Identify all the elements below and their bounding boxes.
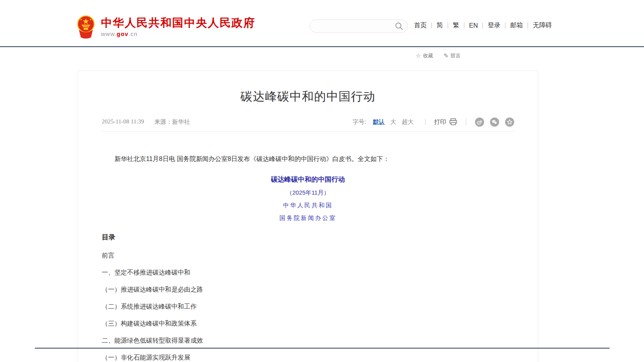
nav-login[interactable]: 登录 [488,21,500,30]
footer-top-border [35,348,610,349]
site-url-suffix: .cn [129,30,138,37]
site-header: 中华人民共和国中央人民政府 www.gov.cn 首页 简 繁 EN 登录 邮箱… [0,0,644,47]
nav-english[interactable]: EN [469,22,478,29]
nav-traditional-chinese[interactable]: 繁 [453,21,459,30]
nav-separator [505,23,505,28]
favorite-button[interactable]: ☆ 收藏 [416,52,433,59]
toc-item-section2-1: （一）非化石能源实现跃升发展 [102,354,514,361]
nav-separator [528,23,528,28]
nav-separator [464,23,464,28]
site-url: www.gov.cn [101,30,255,37]
source-label: 来源： [154,119,172,125]
site-url-domain: gov [117,30,129,37]
nav-simplified-chinese[interactable]: 简 [437,21,443,30]
share-wechat-icon[interactable] [490,118,499,127]
printer-icon [449,118,457,125]
site-title: 中华人民共和国中央人民政府 [101,17,255,29]
toc-item-section1-2: （二）系统推进碳达峰碳中和工作 [102,303,514,310]
share-icons [475,118,514,127]
font-size-large-button[interactable]: 大 [390,118,396,126]
meta-separator [425,119,426,125]
share-weibo-icon[interactable] [475,118,484,127]
article-title: 碳达峰碳中和的中国行动 [102,89,514,104]
message-label: 留言 [450,52,461,59]
document-org-line2: 国务院新闻办公室 [102,214,514,222]
article-intro-paragraph: 新华社北京11月8日电 国务院新闻办公室8日发布《碳达峰碳中和的中国行动》白皮书… [102,154,514,164]
print-label: 打印 [434,118,446,126]
article-meta-right: 字号: 默认 大 超大 打印 [353,118,514,127]
search-input[interactable] [310,20,395,32]
toc-item-section2: 二、能源绿色低碳转型取得显著成效 [102,337,514,344]
toc-item-section1-3: （三）构建碳达峰碳中和政策体系 [102,320,514,327]
meta-separator [466,119,466,125]
article-datetime: 2025-11-08 11:39 [102,118,144,126]
top-nav: 首页 简 繁 EN 登录 邮箱 无障碍 [414,21,552,30]
font-size-extra-large-button[interactable]: 超大 [402,118,414,126]
site-logo-block[interactable]: 中华人民共和国中央人民政府 www.gov.cn [76,15,255,39]
article-meta-row: 2025-11-08 11:39 来源：新华社 字号: 默认 大 超大 打印 [102,118,514,126]
header-divider-line [0,46,644,47]
site-url-prefix: www. [101,30,117,37]
document-date: （2025年11月） [102,189,514,197]
national-emblem-logo [76,15,95,39]
star-icon: ☆ [416,52,421,59]
toc-item-preface: 前言 [102,252,514,259]
print-button[interactable]: 打印 [434,118,457,126]
article-card: 碳达峰碳中和的中国行动 2025-11-08 11:39 来源：新华社 字号: … [78,70,538,362]
pencil-icon: ✎ [443,52,448,59]
document-org-line1: 中华人民共和国 [102,202,514,209]
nav-separator [448,23,448,28]
nav-accessibility[interactable]: 无障碍 [533,21,552,30]
toc-heading: 目录 [102,233,514,242]
nav-separator [431,23,432,28]
font-size-label: 字号: [353,118,366,126]
search-icon[interactable] [395,22,403,30]
toc-item-section1-1: （一）推进碳达峰碳中和是必由之路 [102,286,514,293]
article-source: 来源：新华社 [154,118,190,126]
nav-separator [483,23,483,28]
message-button[interactable]: ✎ 留言 [443,52,461,59]
favorite-label: 收藏 [423,52,433,59]
search-box [310,19,408,33]
document-title: 碳达峰碳中和的中国行动 [102,175,514,184]
quick-action-bar: ☆ 收藏 ✎ 留言 [416,52,461,59]
article-meta-left: 2025-11-08 11:39 来源：新华社 [102,118,190,126]
share-qzone-star-icon[interactable] [505,118,514,127]
source-value: 新华社 [172,119,190,125]
meta-divider [102,131,514,132]
nav-home[interactable]: 首页 [414,21,427,30]
nav-mail[interactable]: 邮箱 [510,21,523,30]
font-size-default-button[interactable]: 默认 [373,118,385,126]
toc-item-section1: 一、坚定不移推进碳达峰碳中和 [102,269,514,276]
